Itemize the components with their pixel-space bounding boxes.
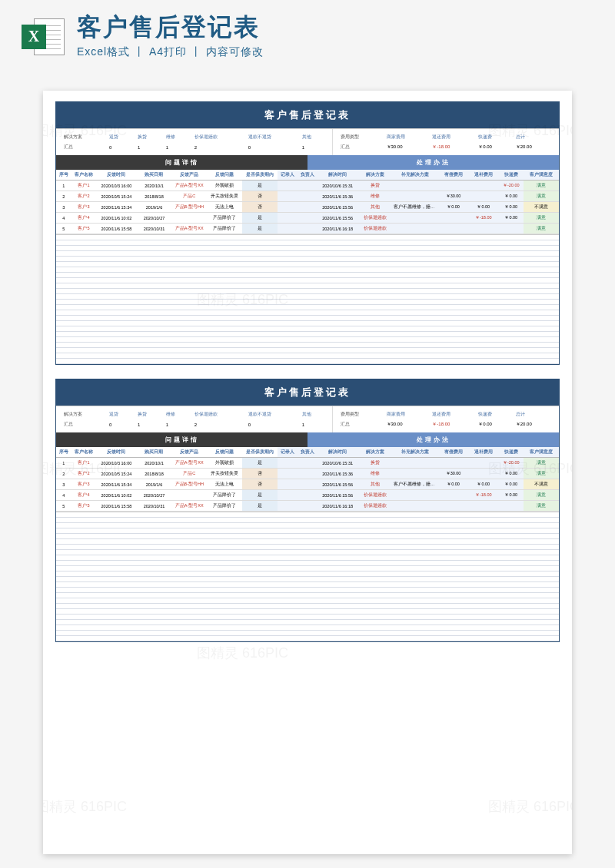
table-cell <box>298 458 317 469</box>
summary-value-cell: 1 <box>135 142 163 152</box>
section-header-row: 问题详情处理办法 <box>56 432 559 447</box>
column-header: 记录人 <box>278 447 298 458</box>
summary-header-cell: 退还费用 <box>429 409 475 419</box>
table-cell: ￥0.00 <box>498 479 524 490</box>
table-cell: 是 <box>242 213 278 224</box>
data-table: 序号客户名称反馈时间购买日期反馈产品反馈问题是否保质期内记录人负责人解决时间解决… <box>56 447 559 512</box>
table-cell <box>438 501 468 512</box>
template-header: X 客户售后登记表 Excel格式 丨 A4打印 丨 内容可修改 <box>0 0 615 70</box>
table-cell <box>498 224 524 234</box>
summary-header-cell: 价保退赔款 <box>191 132 245 142</box>
column-header: 补充解决方案 <box>393 170 438 181</box>
column-header: 补充解决方案 <box>393 447 438 458</box>
table-cell: 否 <box>242 191 278 202</box>
table-cell <box>438 490 468 501</box>
table-cell <box>278 202 298 213</box>
summary-header-cell: 换货 <box>135 409 163 419</box>
table-cell: 客户4 <box>71 213 97 224</box>
table-row: 2客户22020/10/5 15:242018/8/18产品C开关按钮失灵否20… <box>56 469 559 479</box>
table-cell: 满意 <box>524 469 559 479</box>
summary-bar: 解决方案返货换货维修价保退赔款退款不退货其他汇总011201费用类型商家费用退还… <box>56 406 559 432</box>
table-cell: 价保退赔款 <box>357 224 393 234</box>
table-cell: 2020/11/6 15:56 <box>317 213 357 224</box>
table-cell: ￥0.00 <box>498 191 524 202</box>
column-header: 快递费 <box>498 170 524 181</box>
page-title: 客户售后登记表 <box>77 14 264 41</box>
table-cell: 2020/10/27 <box>137 490 172 501</box>
table-cell <box>278 213 298 224</box>
table-cell: ￥0.00 <box>498 213 524 224</box>
table-cell <box>278 224 298 234</box>
table-cell: 产品降价了 <box>207 224 242 234</box>
table-cell: 是 <box>242 490 278 501</box>
summary-header-cell: 价保退赔款 <box>191 409 245 419</box>
table-cell <box>278 479 298 490</box>
table-cell: 价保退赔款 <box>357 501 393 512</box>
table-cell: 1 <box>56 458 71 469</box>
table-cell: ￥0.00 <box>468 202 498 213</box>
column-header: 购买日期 <box>137 170 172 181</box>
table-cell <box>298 479 317 490</box>
column-header: 记录人 <box>278 170 298 181</box>
table-cell: 客户3 <box>71 479 97 490</box>
table-cell <box>278 490 298 501</box>
column-header: 是否保质期内 <box>242 447 278 458</box>
table-cell: 客户5 <box>71 224 97 234</box>
table-cell <box>393 181 438 191</box>
summary-value-cell: ￥0.00 <box>475 419 513 429</box>
table-cell: 客户2 <box>71 191 97 202</box>
blank-rows <box>56 512 559 641</box>
table-row: 3客户32020/11/6 15:342019/1/6产品B-型号HH无法上电否… <box>56 479 559 490</box>
spreadsheet-block: 客户售后登记表解决方案返货换货维修价保退赔款退款不退货其他汇总011201费用类… <box>55 379 560 642</box>
summary-header-cell: 商家费用 <box>384 409 430 419</box>
table-cell: 2020/10/27 <box>137 213 172 224</box>
table-cell: 满意 <box>524 213 559 224</box>
table-cell: 产品A-型号XX <box>171 501 207 512</box>
summary-value-cell: 1 <box>163 419 191 429</box>
section-left-title: 问题详情 <box>56 155 308 170</box>
summary-value-cell: ￥30.00 <box>384 142 430 152</box>
table-cell: 2020/10/5 15:24 <box>96 469 136 479</box>
table-cell: 2019/1/6 <box>137 479 172 490</box>
column-header: 解决时间 <box>317 447 357 458</box>
summary-value-cell: ￥-18.00 <box>429 142 475 152</box>
summary-value-cell: 1 <box>135 419 163 429</box>
table-cell: 产品B-型号HH <box>171 479 207 490</box>
sheet-title: 客户售后登记表 <box>56 102 559 128</box>
table-cell: 是 <box>242 501 278 512</box>
table-cell <box>393 490 438 501</box>
table-cell: 2020/10/3 16:00 <box>96 181 136 191</box>
excel-badge-letter: X <box>22 25 46 49</box>
table-cell: 产品B-型号HH <box>171 202 207 213</box>
column-header: 负责人 <box>298 170 317 181</box>
table-cell: ￥30.00 <box>438 469 468 479</box>
table-cell: 产品降价了 <box>207 490 242 501</box>
table-cell <box>298 501 317 512</box>
summary-value-cell: 汇总 <box>61 419 106 429</box>
summary-value-cell: ￥0.00 <box>475 142 513 152</box>
table-cell: 5 <box>56 224 71 234</box>
summary-value-cell: ￥20.00 <box>513 142 554 152</box>
summary-header-cell: 其他 <box>299 132 327 142</box>
column-header: 负责人 <box>298 447 317 458</box>
table-cell: 外观破损 <box>207 181 242 191</box>
summary-value-cell: 汇总 <box>337 142 384 152</box>
table-cell <box>298 224 317 234</box>
table-cell: ￥0.00 <box>498 202 524 213</box>
table-cell <box>393 191 438 202</box>
summary-header-cell: 快递费 <box>475 132 513 142</box>
table-cell <box>171 213 207 224</box>
table-cell: ￥-20.00 <box>498 181 524 191</box>
table-cell <box>393 213 438 224</box>
column-header: 客户名称 <box>71 447 97 458</box>
table-cell: ￥0.00 <box>498 490 524 501</box>
summary-header-cell: 返货 <box>106 132 135 142</box>
column-header: 序号 <box>56 170 71 181</box>
section-left-title: 问题详情 <box>56 432 308 447</box>
table-cell: 2020/10/6 15:31 <box>317 181 357 191</box>
table-cell: 是 <box>242 224 278 234</box>
table-cell: ￥0.00 <box>438 479 468 490</box>
table-cell: 产品降价了 <box>207 501 242 512</box>
summary-header-cell: 其他 <box>299 409 327 419</box>
table-row: 4客户42020/11/6 10:022020/10/27产品降价了是2020/… <box>56 213 559 224</box>
